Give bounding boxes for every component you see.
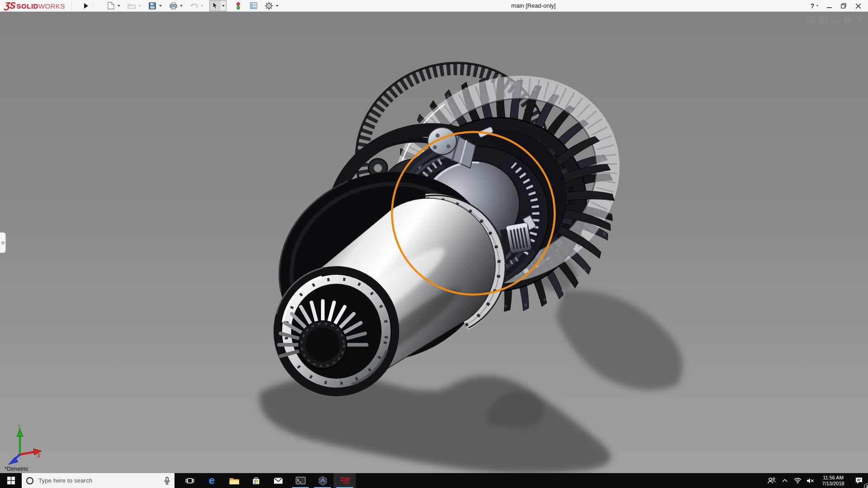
volume-muted-icon xyxy=(807,478,814,484)
close-icon xyxy=(856,4,861,9)
taskbar-search[interactable] xyxy=(22,473,175,488)
open-document-button[interactable] xyxy=(126,1,137,11)
tray-time: 11:56 AM xyxy=(822,475,844,481)
expand-arrow-icon xyxy=(84,3,88,9)
titlebar: ƷSSOLIDWORKS xyxy=(0,0,868,12)
chevron-up-icon xyxy=(782,479,788,482)
turbine-engine-assembly[interactable] xyxy=(0,12,868,473)
solidworks-2017-button[interactable]: SW 2017 xyxy=(334,473,356,488)
restore-button[interactable] xyxy=(837,0,850,11)
new-document-button[interactable] xyxy=(105,1,116,11)
undo-dropdown[interactable] xyxy=(199,1,205,11)
action-center-icon xyxy=(855,477,863,484)
rebuild-button[interactable] xyxy=(233,1,244,11)
microsoft-store-icon xyxy=(252,476,260,485)
doc-minimize-icon xyxy=(833,17,838,22)
expand-menu-button[interactable] xyxy=(81,1,90,11)
undo-arrow-icon xyxy=(190,3,198,9)
command-prompt-button[interactable] xyxy=(289,473,311,488)
doc-restore-button[interactable] xyxy=(844,16,851,23)
options-button[interactable] xyxy=(264,1,274,11)
notification-badge: 3 xyxy=(864,483,868,488)
options-gear-icon xyxy=(265,2,273,10)
file-properties-icon xyxy=(250,2,257,9)
microsoft-store-button[interactable] xyxy=(245,473,267,488)
file-properties-button[interactable] xyxy=(248,1,259,11)
x-axis-label: X xyxy=(37,452,41,459)
new-document-dropdown[interactable] xyxy=(116,1,122,11)
restore-icon xyxy=(841,3,846,9)
feature-manager-collapsed-tab[interactable] xyxy=(0,232,6,253)
pane-right-button[interactable] xyxy=(819,16,827,23)
open-document-dropdown[interactable] xyxy=(137,1,142,11)
people-icon xyxy=(768,477,776,484)
undo-button[interactable] xyxy=(189,1,199,11)
pane-left-button[interactable] xyxy=(807,16,815,23)
doc-close-icon xyxy=(857,17,863,22)
hexagon-app-icon xyxy=(318,476,328,486)
doc-restore-icon xyxy=(844,17,851,23)
command-prompt-icon xyxy=(296,477,306,484)
select-cursor-icon xyxy=(212,2,218,9)
mail-icon xyxy=(274,477,283,484)
y-axis-label: Y xyxy=(18,424,21,430)
edge-icon: e xyxy=(209,475,215,486)
start-button[interactable] xyxy=(0,473,22,488)
doc-minimize-button[interactable] xyxy=(831,16,839,23)
file-explorer-icon xyxy=(229,477,239,485)
cortana-icon xyxy=(26,477,33,484)
doc-close-button[interactable] xyxy=(856,16,863,23)
close-button[interactable] xyxy=(852,0,864,11)
minimize-button[interactable] xyxy=(823,0,835,11)
open-folder-icon xyxy=(127,2,136,9)
solidworks-2017-icon: SW 2017 xyxy=(340,476,349,485)
select-tool-button[interactable] xyxy=(210,1,221,11)
save-document-button[interactable] xyxy=(147,1,158,11)
select-tool-dropdown[interactable] xyxy=(221,1,226,11)
pane-left-icon xyxy=(807,16,815,23)
window-controls: ? xyxy=(808,0,864,12)
wifi-icon xyxy=(794,478,802,483)
view-orientation-label: *Dimetric xyxy=(5,465,28,472)
solidworks-logo-glyph: ƷS xyxy=(4,0,16,11)
file-explorer-button[interactable] xyxy=(223,473,245,488)
save-floppy-icon xyxy=(149,2,156,9)
new-document-icon xyxy=(108,2,114,9)
tray-date: 7/13/2018 xyxy=(822,481,844,487)
options-dropdown[interactable] xyxy=(274,1,280,11)
windows-taskbar: e xyxy=(0,473,868,488)
graphics-viewport[interactable]: Y X *Dimetric xyxy=(0,12,868,473)
solidworks-logo: ƷSSOLIDWORKS xyxy=(0,0,65,11)
front-rim xyxy=(274,266,399,396)
network-button[interactable] xyxy=(791,473,804,488)
mail-button[interactable] xyxy=(267,473,289,488)
windows-logo-icon xyxy=(7,477,15,484)
task-view-button[interactable] xyxy=(179,473,201,488)
print-document-button[interactable] xyxy=(168,1,179,11)
hexagon-app-button[interactable] xyxy=(311,473,334,488)
help-button[interactable]: ? xyxy=(808,0,821,11)
separator xyxy=(93,1,93,10)
feature-manager-tab-dot xyxy=(1,241,5,244)
reference-triad: Y X xyxy=(6,424,47,467)
taskbar-app-icons: e xyxy=(179,473,356,488)
quick-access-toolbar xyxy=(105,0,283,11)
clock[interactable]: 11:56 AM 7/13/2018 xyxy=(816,473,850,488)
edge-button[interactable]: e xyxy=(201,473,223,488)
minimize-icon xyxy=(827,4,832,9)
separator xyxy=(71,1,72,10)
task-view-icon xyxy=(185,476,194,485)
document-window-controls xyxy=(807,16,863,23)
print-dropdown[interactable] xyxy=(179,1,184,11)
action-center-button[interactable]: 3 xyxy=(850,473,868,488)
volume-button[interactable] xyxy=(804,473,816,488)
print-icon xyxy=(170,2,177,9)
microphone-icon[interactable] xyxy=(164,477,170,485)
people-button[interactable] xyxy=(765,473,778,488)
hidden-icons-button[interactable] xyxy=(778,473,791,488)
system-tray: 11:56 AM 7/13/2018 3 xyxy=(765,473,868,488)
rebuild-traffic-light-icon xyxy=(236,2,241,10)
save-dropdown[interactable] xyxy=(158,1,163,11)
document-title: main [Read-only] xyxy=(511,0,556,12)
search-input[interactable] xyxy=(38,477,160,484)
